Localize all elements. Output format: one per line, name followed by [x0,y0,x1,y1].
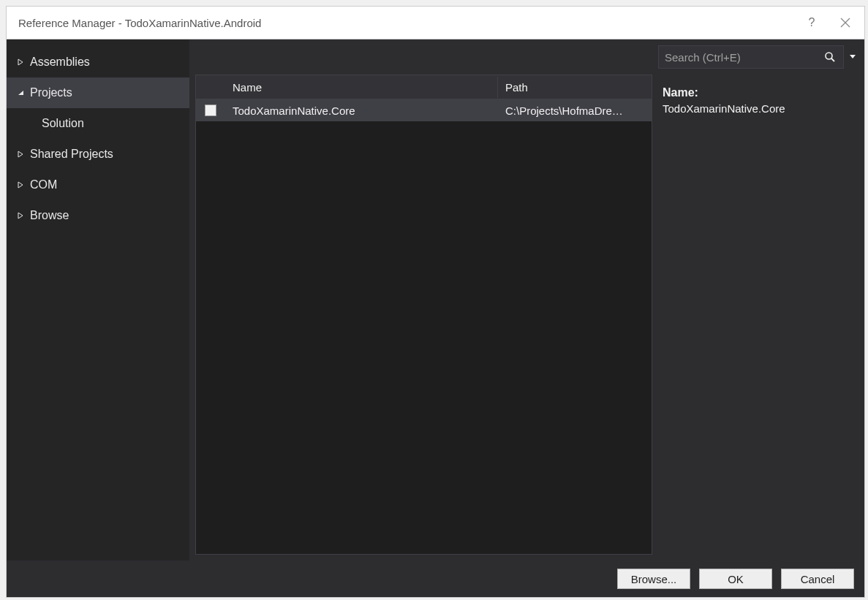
search-row [658,45,858,69]
chevron-right-icon [17,151,24,158]
detail-content: Name: TodoXamarinNative.Core [658,83,858,118]
svg-marker-6 [18,213,23,219]
cancel-button[interactable]: Cancel [781,569,854,589]
sidebar-item-assemblies[interactable]: Assemblies [7,47,189,77]
titlebar-controls: ? [801,16,856,29]
sidebar-subitem-solution[interactable]: Solution [7,108,189,139]
sidebar-label: Shared Projects [30,148,113,161]
dialog-footer: Browse... OK Cancel [7,561,864,597]
list-header: Name Path [195,75,652,99]
window-title: Reference Manager - TodoXamarinNative.An… [15,17,801,29]
svg-marker-2 [18,59,23,65]
ok-button[interactable]: OK [699,569,772,589]
svg-marker-9 [850,55,856,58]
row-checkbox-cell [196,105,225,116]
caret-down-icon [850,55,856,59]
sidebar-label: Projects [30,86,72,99]
row-checkbox[interactable] [205,105,216,116]
detail-name-value: TodoXamarinNative.Core [663,102,854,115]
svg-line-8 [831,58,834,61]
dialog-body: Assemblies Projects Solution Shared Proj… [7,39,864,561]
search-input[interactable] [665,51,823,64]
browse-button[interactable]: Browse... [617,569,690,589]
column-name[interactable]: Name [225,77,498,98]
help-button[interactable]: ? [801,16,822,29]
svg-marker-5 [18,182,23,188]
close-button[interactable] [835,18,856,28]
row-path: C:\Projects\HofmaDre… [498,105,652,117]
sidebar-item-shared-projects[interactable]: Shared Projects [7,139,189,170]
search-icon[interactable] [823,51,837,63]
svg-marker-4 [18,151,23,157]
chevron-right-icon [17,181,24,189]
chevron-right-icon [17,58,24,66]
reference-list-panel: Name Path TodoXamarinNative.Core C:\Proj… [189,39,652,561]
detail-panel: Name: TodoXamarinNative.Core [652,39,864,561]
search-box[interactable] [658,45,844,69]
detail-name-label: Name: [663,86,854,99]
category-sidebar: Assemblies Projects Solution Shared Proj… [7,39,189,561]
svg-point-7 [826,53,832,59]
titlebar: Reference Manager - TodoXamarinNative.An… [7,7,864,39]
chevron-right-icon [17,212,24,219]
svg-marker-3 [18,91,23,95]
row-name: TodoXamarinNative.Core [225,105,498,117]
sidebar-label: Assemblies [30,56,90,69]
sidebar-label: Solution [42,117,84,130]
sidebar-label: Browse [30,209,69,222]
list-item[interactable]: TodoXamarinNative.Core C:\Projects\Hofma… [196,99,652,121]
chevron-down-icon [17,90,24,96]
search-dropdown[interactable] [847,45,858,69]
reference-list: TodoXamarinNative.Core C:\Projects\Hofma… [195,99,652,555]
reference-manager-dialog: Reference Manager - TodoXamarinNative.An… [6,6,865,598]
sidebar-item-projects[interactable]: Projects [7,77,189,108]
column-path[interactable]: Path [498,77,652,98]
sidebar-item-browse[interactable]: Browse [7,200,189,231]
close-icon [840,18,850,28]
sidebar-label: COM [30,178,57,191]
sidebar-item-com[interactable]: COM [7,170,189,200]
